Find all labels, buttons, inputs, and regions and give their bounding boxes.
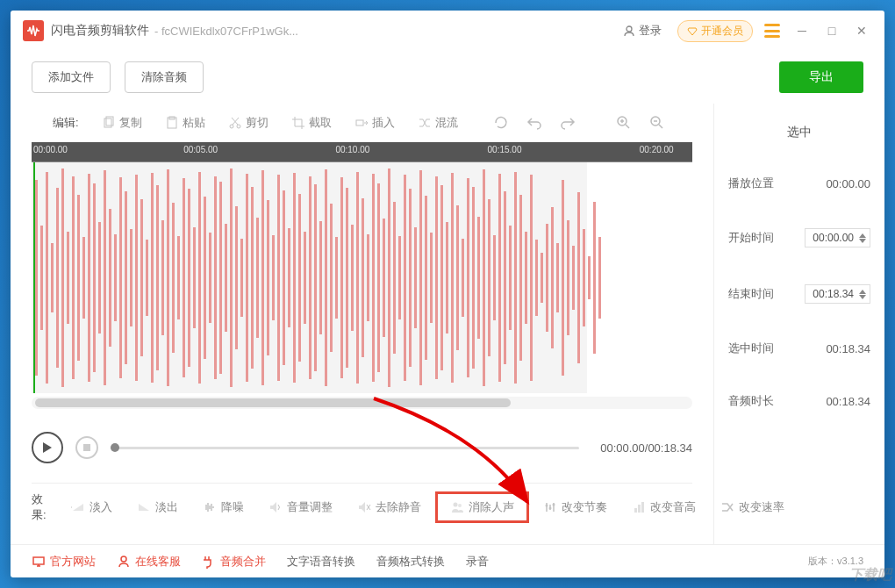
scrollbar-thumb[interactable] bbox=[35, 398, 511, 407]
plug-icon bbox=[202, 555, 216, 569]
copy-icon bbox=[102, 116, 116, 130]
fadein-button[interactable]: 淡入 bbox=[61, 494, 123, 520]
volume-button[interactable]: 音量调整 bbox=[258, 494, 343, 520]
spinner-up[interactable] bbox=[859, 290, 866, 294]
waveform[interactable] bbox=[32, 161, 692, 393]
svg-point-11 bbox=[453, 502, 457, 506]
topbar: 添加文件 清除音频 导出 bbox=[11, 51, 884, 104]
maximize-button[interactable]: □ bbox=[821, 20, 842, 41]
end-time-input[interactable]: 00:18.34 bbox=[805, 284, 870, 304]
insert-icon bbox=[354, 116, 369, 130]
waveform-bars bbox=[32, 162, 692, 393]
start-time-input[interactable]: 00:00.00 bbox=[805, 228, 870, 247]
ruler-tick: 00:20.00 bbox=[640, 145, 674, 154]
app-title: 闪电音频剪辑软件 bbox=[51, 23, 149, 39]
horizontal-scrollbar[interactable] bbox=[32, 397, 692, 409]
minimize-button[interactable]: ─ bbox=[791, 20, 813, 41]
login-label: 登录 bbox=[639, 23, 662, 39]
svg-point-20 bbox=[121, 556, 126, 562]
watermark: 下载吧 bbox=[849, 566, 891, 584]
cut-button[interactable]: 剪切 bbox=[219, 111, 277, 134]
close-button[interactable]: ✕ bbox=[851, 20, 872, 41]
fadein-icon bbox=[71, 500, 85, 514]
svg-point-6 bbox=[237, 125, 240, 128]
fadeout-button[interactable]: 淡出 bbox=[126, 494, 189, 520]
zoom-in-button[interactable] bbox=[610, 109, 638, 137]
svg-point-14 bbox=[548, 506, 551, 509]
paste-icon bbox=[165, 116, 179, 130]
record-link[interactable]: 录音 bbox=[466, 554, 489, 570]
start-time-label: 开始时间 bbox=[728, 230, 774, 246]
export-button[interactable]: 导出 bbox=[779, 61, 863, 93]
login-button[interactable]: 登录 bbox=[616, 19, 669, 42]
start-time-row: 开始时间 00:00.00 bbox=[728, 228, 870, 247]
svg-rect-19 bbox=[33, 557, 44, 564]
mix-icon bbox=[418, 116, 432, 130]
copy-button[interactable]: 复制 bbox=[93, 111, 151, 134]
people-icon bbox=[450, 500, 464, 514]
mix-button[interactable]: 混流 bbox=[409, 111, 467, 134]
titlebar: 闪电音频剪辑软件 - fcCWIEkdlx07CFrP1wGk... 登录 开通… bbox=[11, 11, 884, 51]
stop-button[interactable] bbox=[75, 436, 98, 459]
duration-label: 音频时长 bbox=[728, 393, 774, 409]
pitch-icon bbox=[632, 500, 646, 514]
vip-label: 开通会员 bbox=[701, 24, 743, 39]
pitch-button[interactable]: 改变音高 bbox=[621, 494, 706, 520]
menu-icon[interactable] bbox=[762, 24, 783, 38]
timeline-ruler[interactable]: 00:00.00 00:05.00 00:10.00 00:15.00 00:2… bbox=[32, 142, 692, 161]
headset-icon bbox=[117, 555, 131, 569]
svg-rect-7 bbox=[356, 120, 363, 125]
tempo-button[interactable]: 改变节奏 bbox=[533, 494, 618, 520]
ruler-tick: 00:05.00 bbox=[183, 145, 218, 154]
convert-link[interactable]: 音频格式转换 bbox=[376, 554, 445, 570]
end-time-row: 结束时间 00:18.34 bbox=[728, 284, 870, 304]
undo-button[interactable] bbox=[520, 109, 548, 137]
playback-position-label: 播放位置 bbox=[728, 176, 774, 191]
spinner-down[interactable] bbox=[859, 239, 866, 243]
duration-row: 音频时长 00:18.34 bbox=[728, 393, 870, 409]
silence-button[interactable]: 去除静音 bbox=[347, 494, 432, 520]
selection-time-label: 选中时间 bbox=[728, 341, 774, 356]
app-filename: - fcCWIEkdlx07CFrP1wGk... bbox=[154, 25, 298, 38]
ruler-tick: 00:10.00 bbox=[335, 145, 369, 154]
sidebar-header: 选中 bbox=[728, 121, 870, 140]
sidebar: 选中 播放位置 00:00.00 开始时间 00:00.00 结束时间 00:1… bbox=[713, 104, 884, 544]
refresh-button[interactable] bbox=[487, 109, 515, 137]
paste-button[interactable]: 粘贴 bbox=[156, 111, 214, 134]
play-button[interactable] bbox=[32, 432, 63, 463]
playhead[interactable] bbox=[33, 162, 35, 393]
play-icon bbox=[42, 441, 53, 454]
selection-time-value: 00:18.34 bbox=[826, 342, 870, 355]
svg-rect-17 bbox=[638, 505, 641, 513]
redo-button[interactable] bbox=[554, 109, 582, 137]
selection-time-row: 选中时间 00:18.34 bbox=[728, 341, 870, 356]
volume-icon bbox=[268, 500, 283, 514]
stop-icon bbox=[83, 444, 90, 451]
denoise-button[interactable]: 降噪 bbox=[192, 494, 254, 520]
support-link[interactable]: 在线客服 bbox=[117, 554, 181, 570]
clear-audio-button[interactable]: 清除音频 bbox=[125, 61, 204, 93]
progress-handle[interactable] bbox=[111, 443, 119, 452]
progress-bar[interactable] bbox=[111, 447, 579, 449]
crop-button[interactable]: 截取 bbox=[283, 111, 340, 134]
svg-point-15 bbox=[552, 503, 555, 506]
footer: 官方网站 在线客服 音频合并 文字语音转换 音频格式转换 录音 版本：v3.1.… bbox=[11, 544, 884, 577]
scissors-icon bbox=[228, 116, 242, 130]
vocal-remove-button[interactable]: 消除人声 bbox=[435, 491, 529, 523]
edit-toolbar: 编辑: 复制 粘贴 剪切 截取 插入 混流 bbox=[32, 104, 692, 142]
effects-bar: 效果: 淡入 淡出 降噪 音量调整 去除静音 消除人声 改变节奏 改变音高 改变… bbox=[32, 483, 692, 530]
end-time-label: 结束时间 bbox=[728, 286, 774, 302]
tts-link[interactable]: 文字语音转换 bbox=[287, 554, 355, 570]
merge-link[interactable]: 音频合并 bbox=[202, 554, 266, 570]
insert-button[interactable]: 插入 bbox=[346, 111, 404, 134]
time-display: 00:00.00/00:18.34 bbox=[591, 441, 692, 455]
spinner-down[interactable] bbox=[859, 295, 866, 299]
website-link[interactable]: 官方网站 bbox=[32, 554, 96, 570]
vip-button[interactable]: 开通会员 bbox=[677, 20, 753, 42]
svg-rect-18 bbox=[641, 502, 644, 513]
add-file-button[interactable]: 添加文件 bbox=[32, 61, 111, 93]
zoom-out-button[interactable] bbox=[643, 109, 671, 137]
svg-point-0 bbox=[626, 26, 632, 32]
spinner-up[interactable] bbox=[859, 233, 866, 238]
toolbar-label: 编辑: bbox=[53, 115, 79, 131]
